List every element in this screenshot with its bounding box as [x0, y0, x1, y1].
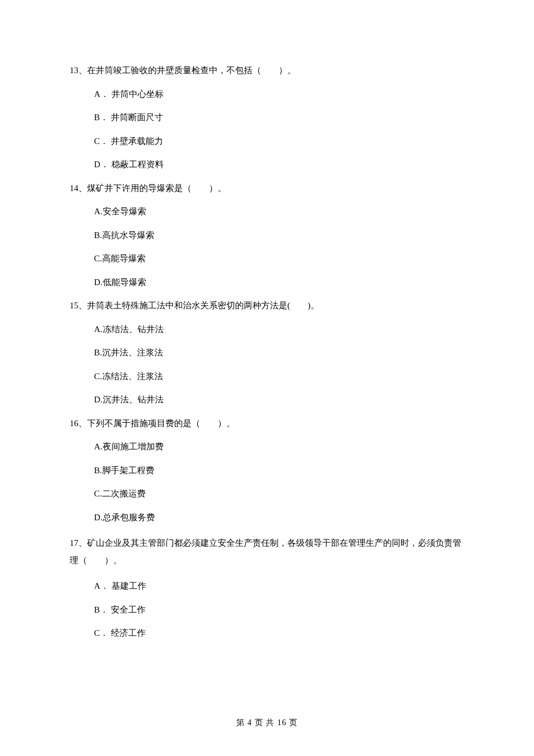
- question-text: 煤矿井下许用的导爆索是（ ）。: [87, 183, 226, 193]
- question-stem: 13、在井筒竣工验收的井壁质量检查中，不包括（ ）。: [70, 64, 464, 77]
- option-a: A． 井筒中心坐标: [94, 88, 464, 101]
- option-b: B． 井筒断面尺寸: [94, 111, 464, 124]
- option-d: D.沉井法、钻井法: [94, 393, 464, 406]
- page-content: 13、在井筒竣工验收的井壁质量检查中，不包括（ ）。 A． 井筒中心坐标 B． …: [0, 0, 534, 640]
- option-c: C． 井壁承载能力: [94, 135, 464, 148]
- options-list: A.夜间施工增加费 B.脚手架工程费 C.二次搬运费 D.总承包服务费: [70, 440, 464, 524]
- question-15: 15、井筒表土特殊施工法中和治水关系密切的两种方法是( )。 A.冻结法、钻井法…: [70, 299, 464, 406]
- question-stem: 16、下列不属于措施项目费的是（ ）。: [70, 417, 464, 430]
- question-text: 下列不属于措施项目费的是（ ）。: [87, 419, 235, 428]
- options-list: A． 基建工作 B． 安全工作 C． 经济工作: [70, 579, 464, 640]
- page-footer: 第 4 页 共 16 页: [0, 718, 534, 728]
- option-d: D． 稳蔽工程资料: [94, 158, 464, 171]
- option-d: D.总承包服务费: [94, 511, 464, 524]
- question-number: 14、: [70, 183, 87, 193]
- question-text: 在井筒竣工验收的井壁质量检查中，不包括（ ）。: [87, 66, 296, 75]
- option-c: C.冻结法、注浆法: [94, 370, 464, 383]
- option-b: B.沉井法、注浆法: [94, 346, 464, 359]
- option-c: C.二次搬运费: [94, 487, 464, 501]
- option-a: A.冻结法、钻井法: [94, 323, 464, 336]
- question-17: 17、矿山企业及其主管部门都必须建立安全生产责任制，各级领导干部在管理生产的同时…: [70, 534, 464, 640]
- question-number: 17、: [70, 538, 87, 548]
- question-13: 13、在井筒竣工验收的井壁质量检查中，不包括（ ）。 A． 井筒中心坐标 B． …: [70, 64, 464, 171]
- option-b: B.脚手架工程费: [94, 464, 464, 477]
- question-number: 16、: [70, 419, 87, 428]
- question-text: 井筒表土特殊施工法中和治水关系密切的两种方法是( )。: [87, 301, 319, 310]
- options-list: A.冻结法、钻井法 B.沉井法、注浆法 C.冻结法、注浆法 D.沉井法、钻井法: [70, 323, 464, 406]
- question-stem: 15、井筒表土特殊施工法中和治水关系密切的两种方法是( )。: [70, 299, 464, 312]
- question-text: 矿山企业及其主管部门都必须建立安全生产责任制，各级领导干部在管理生产的同时，必须…: [70, 538, 461, 565]
- question-stem: 17、矿山企业及其主管部门都必须建立安全生产责任制，各级领导干部在管理生产的同时…: [70, 534, 464, 569]
- option-d: D.低能导爆索: [94, 276, 464, 289]
- option-b: B.高抗水导爆索: [94, 229, 464, 242]
- option-c: C． 经济工作: [94, 627, 464, 640]
- options-list: A． 井筒中心坐标 B． 井筒断面尺寸 C． 井壁承载能力 D． 稳蔽工程资料: [70, 88, 464, 171]
- question-number: 13、: [70, 66, 87, 75]
- option-b: B． 安全工作: [94, 603, 464, 617]
- option-a: A． 基建工作: [94, 579, 464, 593]
- option-c: C.高能导爆索: [94, 252, 464, 265]
- option-a: A.安全导爆索: [94, 205, 464, 218]
- question-stem: 14、煤矿井下许用的导爆索是（ ）。: [70, 182, 464, 195]
- options-list: A.安全导爆索 B.高抗水导爆索 C.高能导爆索 D.低能导爆索: [70, 205, 464, 289]
- question-14: 14、煤矿井下许用的导爆索是（ ）。 A.安全导爆索 B.高抗水导爆索 C.高能…: [70, 182, 464, 289]
- question-number: 15、: [70, 301, 87, 310]
- question-16: 16、下列不属于措施项目费的是（ ）。 A.夜间施工增加费 B.脚手架工程费 C…: [70, 417, 464, 524]
- option-a: A.夜间施工增加费: [94, 440, 464, 453]
